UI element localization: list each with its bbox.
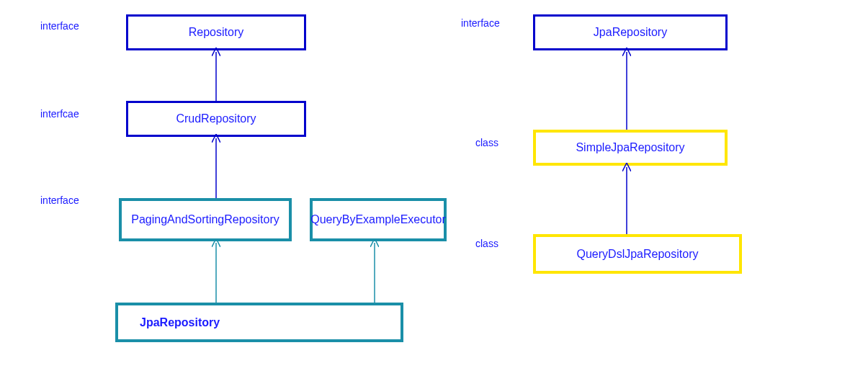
box-jpa-repository-left: JpaRepository: [115, 303, 403, 342]
box-paging-and-sorting-repository: PagingAndSortingRepository: [119, 198, 292, 241]
box-querydsl-jpa-repository: QueryDslJpaRepository: [533, 234, 742, 274]
stereotype-label: interface: [40, 20, 79, 32]
box-query-by-example-executor: QueryByExampleExecutor: [310, 198, 447, 241]
stereotype-label: class: [475, 137, 498, 148]
stereotype-label: interface: [40, 194, 79, 206]
box-crud-repository: CrudRepository: [126, 101, 306, 137]
box-jpa-repository-right: JpaRepository: [533, 14, 728, 50]
stereotype-label: class: [475, 238, 498, 249]
box-simple-jpa-repository: SimpleJpaRepository: [533, 130, 728, 166]
box-repository: Repository: [126, 14, 306, 50]
stereotype-label: interface: [461, 17, 500, 29]
stereotype-label: interfcae: [40, 108, 79, 120]
